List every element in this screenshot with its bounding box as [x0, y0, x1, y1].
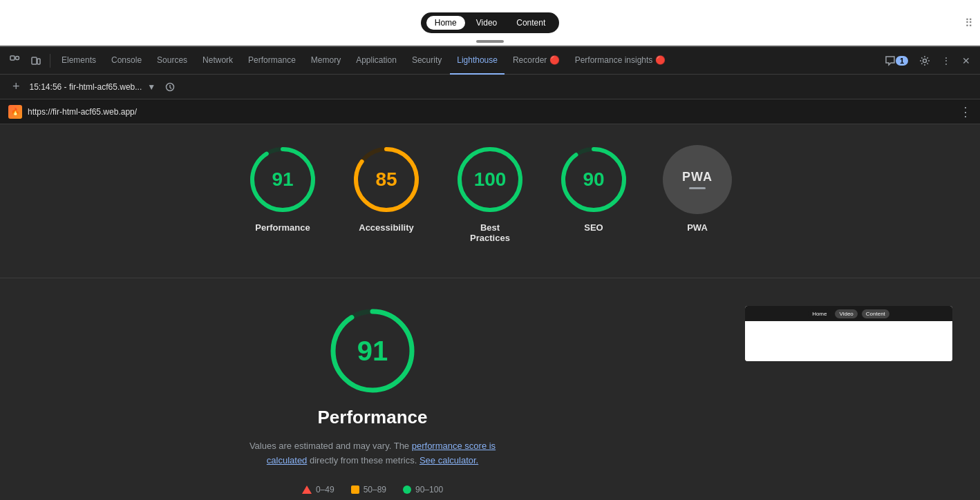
detail-description: Values are estimated and may vary. The p… — [241, 439, 504, 468]
nav-video[interactable]: Video — [468, 16, 505, 30]
toolbar-right: 1 ⋮ ✕ — [880, 52, 974, 69]
tab-network[interactable]: Network — [196, 47, 240, 75]
score-circle-seo: 90 — [559, 145, 628, 214]
score-accessibility[interactable]: 85 Accessibility — [352, 145, 421, 243]
tab-elements[interactable]: Elements — [55, 47, 103, 75]
session-label: 15:14:56 - fir-html-acf65.web... — [30, 82, 142, 92]
tab-security[interactable]: Security — [405, 47, 449, 75]
large-score-value: 91 — [357, 336, 388, 367]
tab-performance[interactable]: Performance — [241, 47, 303, 75]
score-value-accessibility: 85 — [375, 169, 397, 191]
drag-handle — [476, 40, 504, 43]
url-more-button[interactable]: ⋮ — [959, 104, 972, 119]
score-circle-performance: 91 — [248, 145, 317, 214]
legend-fail-range: 0–49 — [316, 485, 334, 494]
score-best-practices[interactable]: 100 BestPractices — [455, 145, 525, 243]
add-tab-button[interactable]: + — [8, 77, 24, 97]
section-divider — [0, 278, 980, 278]
favicon: 🔥 — [8, 105, 22, 119]
settings-icon-button[interactable] — [915, 52, 934, 69]
toolbar-divider-1 — [50, 54, 50, 68]
site-preview-thumbnail: Home Video Content — [745, 306, 952, 361]
history-button[interactable] — [161, 79, 179, 95]
score-label-pwa: PWA — [687, 222, 708, 233]
score-label-best-practices: BestPractices — [470, 222, 510, 243]
desc-middle: directly from these metrics. — [310, 455, 417, 465]
detail-right: Home Video Content — [745, 306, 952, 494]
pwa-label: PWA — [682, 170, 713, 184]
notification-badge: 1 — [896, 56, 908, 66]
resize-handle-vertical: ⠿ — [965, 17, 973, 30]
svg-rect-0 — [10, 56, 15, 60]
large-score-circle: 91 — [328, 306, 417, 396]
tab-lighthouse[interactable]: Lighthouse — [450, 47, 505, 75]
legend-fail: 0–49 — [302, 485, 334, 494]
score-value-performance: 91 — [272, 169, 293, 191]
performance-detail: 91 Performance Values are estimated and … — [0, 292, 980, 500]
score-label-performance: Performance — [255, 222, 310, 233]
nav-content[interactable]: Content — [508, 16, 554, 30]
chat-icon-button[interactable]: 1 — [880, 52, 912, 69]
detail-left: 91 Performance Values are estimated and … — [28, 306, 717, 494]
score-seo[interactable]: 90 SEO — [559, 145, 628, 243]
svg-rect-3 — [37, 59, 40, 64]
legend-pass-dot — [403, 485, 411, 494]
legend-average-dot — [351, 485, 359, 494]
tab-memory[interactable]: Memory — [304, 47, 348, 75]
tab-console[interactable]: Console — [104, 47, 149, 75]
close-devtools-button[interactable]: ✕ — [958, 52, 974, 69]
legend-average-range: 50–89 — [364, 485, 386, 494]
score-legend: 0–49 50–89 90–100 — [302, 485, 443, 494]
preview-body — [745, 321, 952, 361]
desc-prefix: Values are estimated and may vary. The — [249, 441, 409, 451]
url-bar: 🔥 https://fir-html-acf65.web.app/ ⋮ — [0, 99, 980, 124]
score-performance[interactable]: 91 Performance — [248, 145, 317, 243]
tab-sources[interactable]: Sources — [150, 47, 194, 75]
legend-pass-range: 90–100 — [415, 485, 443, 494]
devtools-secondary-bar: + 15:14:56 - fir-html-acf65.web... ▼ — [0, 75, 980, 99]
pwa-circle: PWA — [663, 145, 732, 214]
score-label-accessibility: Accessibility — [359, 222, 414, 233]
preview-nav-content: Content — [862, 309, 889, 318]
svg-point-4 — [923, 59, 927, 62]
preview-nav-home: Home — [808, 309, 831, 318]
lighthouse-scores-section: 91 Performance 85 Accessibility — [0, 124, 980, 278]
site-navigation: Home Video Content — [421, 12, 560, 33]
svg-rect-2 — [32, 57, 37, 64]
tab-application[interactable]: Application — [349, 47, 404, 75]
score-circle-best-practices: 100 — [455, 145, 525, 214]
score-value-best-practices: 100 — [474, 169, 507, 191]
inspector-toggle[interactable] — [6, 52, 25, 69]
scores-row: 91 Performance 85 Accessibility — [14, 145, 966, 243]
legend-pass: 90–100 — [403, 485, 443, 494]
svg-point-1 — [16, 56, 19, 59]
pwa-dash — [689, 187, 706, 189]
detail-title: Performance — [318, 407, 428, 428]
preview-nav-bar: Home Video Content — [745, 306, 952, 321]
score-circle-accessibility: 85 — [352, 145, 421, 214]
nav-home[interactable]: Home — [426, 16, 465, 30]
devtools-toolbar: Elements Console Sources Network Perform… — [0, 47, 980, 75]
tab-recorder[interactable]: Recorder 🔴 — [506, 47, 567, 75]
preview-nav-video: Video — [835, 309, 857, 318]
score-value-seo: 90 — [583, 169, 604, 191]
url-text: https://fir-html-acf65.web.app/ — [28, 107, 137, 117]
device-toggle[interactable] — [26, 52, 46, 69]
legend-average: 50–89 — [351, 485, 386, 494]
calculator-link[interactable]: See calculator. — [420, 455, 478, 465]
score-label-seo: SEO — [584, 222, 603, 233]
browser-preview: Home Video Content ⠿ — [0, 0, 980, 47]
legend-triangle-icon — [302, 485, 312, 494]
score-pwa[interactable]: PWA PWA — [663, 145, 732, 243]
session-dropdown[interactable]: ▼ — [147, 82, 156, 92]
tab-performance-insights[interactable]: Performance insights 🔴 — [568, 47, 672, 75]
more-options-button[interactable]: ⋮ — [937, 52, 955, 69]
